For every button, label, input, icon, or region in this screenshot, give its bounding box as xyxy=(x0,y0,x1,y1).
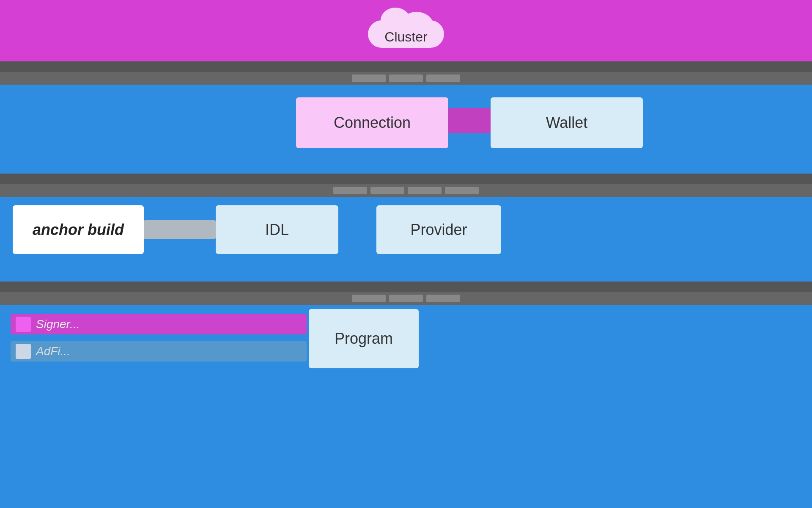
provider-box: Provider xyxy=(376,205,501,254)
idl-label: IDL xyxy=(265,221,289,239)
arrow-item xyxy=(389,295,423,302)
purple-connector xyxy=(448,108,491,133)
cluster-label: Cluster xyxy=(359,29,453,45)
cloud-shape: Cluster xyxy=(359,8,453,54)
signer-icon xyxy=(16,317,31,332)
text-band-2 xyxy=(0,184,812,197)
separator-band-1 xyxy=(0,61,812,72)
arrow-decoration-3 xyxy=(352,295,460,302)
arrow-item xyxy=(352,295,386,302)
anchor-build-box: anchor build xyxy=(13,205,144,254)
anchor-build-label: anchor build xyxy=(33,221,124,239)
separator-band-2 xyxy=(0,174,812,184)
arrow-item xyxy=(370,187,404,194)
arrow-item xyxy=(352,75,386,82)
separator-band-3 xyxy=(0,282,812,292)
cluster-cloud: Cluster xyxy=(359,8,453,54)
program-box: Program xyxy=(309,309,419,368)
adfi-icon xyxy=(16,344,31,359)
adfi-label: AdFi... xyxy=(36,345,70,358)
arrow-item xyxy=(408,187,442,194)
arrow-item xyxy=(445,187,479,194)
wallet-box: Wallet xyxy=(491,97,643,148)
signer-row: Signer... xyxy=(11,314,307,334)
text-band-3 xyxy=(0,292,812,305)
connection-box: Connection xyxy=(296,97,448,148)
program-label: Program xyxy=(335,330,393,348)
arrow-decoration-1 xyxy=(352,75,460,82)
arrow-decoration-2 xyxy=(333,187,479,194)
arrow-item xyxy=(426,75,460,82)
provider-label: Provider xyxy=(410,221,467,239)
text-band-1 xyxy=(0,72,812,85)
adfi-row: AdFi... xyxy=(11,341,307,362)
arrow-item xyxy=(333,187,367,194)
connection-label: Connection xyxy=(334,114,411,132)
arrow-item xyxy=(389,75,423,82)
idl-box: IDL xyxy=(216,205,338,254)
arrow-item xyxy=(426,295,460,302)
signer-label: Signer... xyxy=(36,318,80,331)
gray-connector xyxy=(144,220,216,239)
wallet-label: Wallet xyxy=(546,114,588,132)
